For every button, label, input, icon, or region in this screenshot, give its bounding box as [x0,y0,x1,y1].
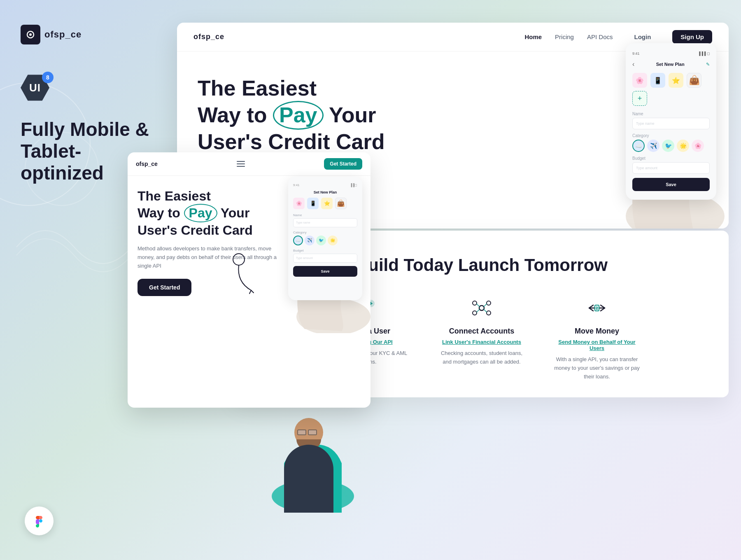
svg-point-10 [473,301,477,305]
browser-logo: ofsp_ce [193,33,224,41]
logo-row: ofsp_ce [21,25,156,44]
person-glasses [297,429,317,435]
add-icon: + [632,91,647,106]
mobile-card-icons: 🌸 📱 ⭐ 👜 [293,198,357,209]
ui-badge-number: 8 [42,72,54,83]
logo-icon [21,25,40,44]
mobile-cta-button[interactable]: Get Started [324,158,362,170]
m-cat-row: ☁️ ✈️ 🐦 🌟 [293,236,357,245]
cat-flower: 🌸 [692,140,704,152]
phone-title: Set New Plan [656,62,685,67]
name-input: Type name [632,118,710,129]
figma-icon [33,514,46,527]
mobile-phone-mockup: 9:41 ▐▐◻ Set New Plan 🌸 📱 ⭐ 👜 Name Type … [272,177,366,317]
cat-bird: 🐦 [662,140,674,152]
nav-link-pricing[interactable]: Pricing [555,33,574,40]
mobile-browser-window: ofsp_ce Get Started The EasiestWay to Pa… [128,152,370,408]
mobile-phone-screen: 9:41 ▐▐◻ Set New Plan 🌸 📱 ⭐ 👜 Name Type … [288,177,362,300]
name-label: Name [632,112,710,116]
pay-highlight: Pay [273,101,324,130]
card-icon-2: 📱 [650,73,665,88]
budget-label: Budget [632,156,710,161]
get-started-button[interactable]: Get Started [137,279,191,296]
card-icon-1: 🌸 [632,73,647,88]
main-content: ofsp_ce Home Pricing API Docs Login Sign… [177,0,741,560]
move-money-icon [586,297,608,319]
save-button-phone[interactable]: Save [632,178,710,191]
hamburger-line-2 [237,163,245,164]
budget-input: Type amount [632,162,710,174]
m-card-2: 📱 [307,198,319,209]
mobile-arrow-deco [231,253,263,296]
mobile-nav: ofsp_ce Get Started [128,152,370,176]
svg-point-9 [479,306,484,310]
phone-status-bar: 9:41 ▐▐▐ ◻ [632,51,710,56]
feature-name-3: Move Money [552,327,642,336]
feature-move-money: Move Money Send Money on Behalf of Your … [552,296,642,381]
testimonial-area [235,397,729,513]
m-save-btn[interactable]: Save [293,266,357,277]
svg-point-11 [487,301,491,305]
figma-badge [25,506,54,535]
hamburger-line-1 [237,161,245,162]
edit-icon: ✎ [706,62,710,67]
feature-desc-3: With a single API, you can transfer mone… [552,355,642,381]
mobile-phone-title: Set New Plan [293,190,357,194]
m-name-input: Type name [293,218,357,227]
hamburger-menu[interactable] [237,161,245,167]
connect-accounts-icon-wrap [469,296,494,320]
m-card-3: ⭐ [321,198,333,209]
svg-point-12 [473,311,477,315]
cat-plane: ✈️ [647,140,659,152]
wallet-icon: 👜 [687,73,701,88]
cat-star: 🌟 [677,140,689,152]
feature-name-2: Connect Accounts [436,327,527,336]
nav-link-home[interactable]: Home [524,33,542,40]
feature-desc-2: Checking accounts, student loans, and mo… [436,349,527,366]
move-money-icon-wrap [585,296,609,320]
m-wallet: 👜 [335,198,347,209]
card-icons-row: 🌸 📱 ⭐ 👜 + [632,73,710,106]
mobile-phone-status: 9:41 ▐▐◻ [293,183,357,187]
svg-point-4 [233,254,245,265]
category-label: Category [632,133,710,138]
svg-point-13 [487,311,491,315]
feature-link-3[interactable]: Send Money on Behalf of Your Users [552,339,642,351]
ui-badge-wrap: UI 8 [21,73,156,102]
hero-title-part1: The EasiestWay to Pay YourUser's Credit … [198,76,385,154]
person-body [284,445,333,513]
card-icon-3: ⭐ [669,73,683,88]
logo-text: ofsp_ce [44,29,82,40]
mobile-pay-highlight: Pay [184,204,217,222]
person-silhouette [276,414,342,513]
mobile-logo: ofsp_ce [136,161,158,167]
feature-link-2[interactable]: Link User's Financial Accounts [436,339,527,345]
connect-accounts-icon [471,297,493,319]
m-budget-input: Type amount [293,254,357,263]
back-icon: ‹ [632,61,634,68]
phone-screen-top: 9:41 ▐▐▐ ◻ ‹ Set New Plan ✎ 🌸 📱 ⭐ 👜 [626,43,716,200]
m-card-1: 🌸 [293,198,305,209]
phone-mockup: 9:41 ▐▐▐ ◻ ‹ Set New Plan ✎ 🌸 📱 ⭐ 👜 [589,35,729,229]
feature-connect-accounts: Connect Accounts Link User's Financial A… [436,296,527,381]
category-row: ☁️ ✈️ 🐦 🌟 🌸 [632,140,710,152]
phone-nav-bar: ‹ Set New Plan ✎ [632,61,710,68]
mobile-hero-content: The EasiestWay to Pay YourUser's Credit … [128,176,370,304]
cat-cloud: ☁️ [632,140,645,152]
svg-point-1 [29,33,32,36]
hamburger-line-3 [237,166,245,167]
